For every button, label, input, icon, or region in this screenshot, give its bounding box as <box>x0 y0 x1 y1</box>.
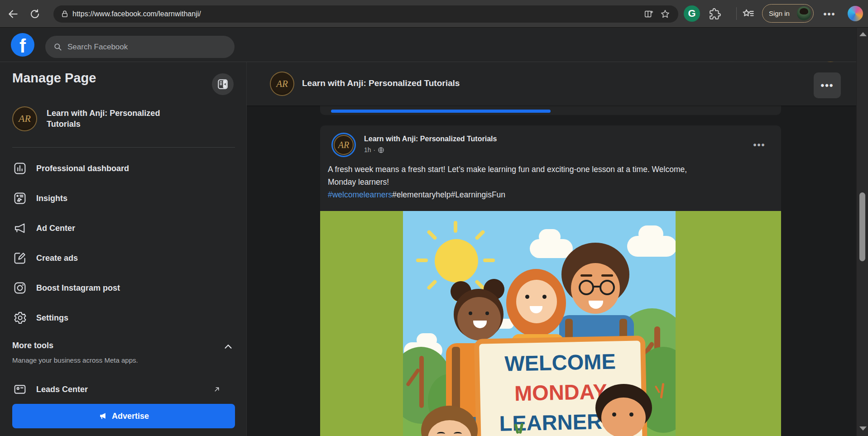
advertise-button[interactable]: Advertise <box>12 404 235 428</box>
search-bar[interactable] <box>45 36 235 58</box>
sidebar-item-create-ads[interactable]: Create ads <box>6 244 233 273</box>
page-header-more-button[interactable]: ••• <box>814 72 841 98</box>
sidebar-item-boost-instagram-post[interactable]: Boost Instagram post <box>6 273 233 302</box>
sun-illustration <box>435 239 478 283</box>
manage-page-sidebar: Manage Page AR Learn with Anji: Personal… <box>0 62 247 436</box>
megaphone-icon <box>13 221 27 235</box>
instagram-icon <box>13 281 27 295</box>
sidebar-item-label: Settings <box>36 313 68 323</box>
post-time[interactable]: 1h <box>364 146 371 153</box>
toolbar-divider <box>736 7 737 20</box>
sidebar-item-professional-dashboard[interactable]: Professional dashboard <box>6 154 233 183</box>
post-body: A fresh week means a fresh start! Let’s … <box>328 163 774 201</box>
scrollbar-up-arrow[interactable] <box>859 32 867 36</box>
copilot-icon[interactable] <box>848 6 863 21</box>
lock-icon[interactable] <box>61 10 69 18</box>
external-link-arrow-icon <box>213 385 221 393</box>
extensions-puzzle-icon[interactable] <box>707 6 723 22</box>
more-tools-subtitle: Manage your business across Meta apps. <box>12 356 235 364</box>
post-text-line1: A fresh week means a fresh start! Let’s … <box>328 163 774 176</box>
scrollbar-thumb[interactable] <box>859 192 865 261</box>
upload-progress-bar <box>331 110 551 113</box>
main-content: AR Learn with Anji: Personalized Tutoria… <box>247 62 856 436</box>
page-avatar[interactable]: AR <box>270 72 294 96</box>
sidebar-item-label: Ad Center <box>36 224 75 233</box>
sidebar-current-page[interactable]: AR Learn with Anji: Personalized Tutoria… <box>6 101 233 136</box>
sidebar-item-label: Boost Instagram post <box>36 283 120 293</box>
page-scrollbar[interactable] <box>856 28 868 436</box>
sidebar-divider <box>12 147 235 148</box>
browser-toolbar: https://www.facebook.com/learnwithanji/ … <box>0 0 868 28</box>
chevron-up-icon[interactable] <box>223 342 233 352</box>
sidebar-item-label: Create ads <box>36 254 78 263</box>
facebook-navbar: f AR <box>0 28 868 62</box>
reload-icon[interactable] <box>26 5 43 23</box>
create-ads-pencil-icon <box>13 251 27 265</box>
hashtags-plain: #elementaryhelp#LearningisFun <box>392 190 505 199</box>
meta-dot: · <box>374 146 376 153</box>
post-author-avatar[interactable]: AR <box>331 133 356 157</box>
sidebar-item-label: Professional dashboard <box>36 164 129 173</box>
sidebar-title: Manage Page <box>12 71 96 86</box>
megaphone-icon <box>98 412 107 421</box>
page-header: AR Learn with Anji: Personalized Tutoria… <box>247 62 856 105</box>
post-author-name[interactable]: Learn with Anji: Personalized Tutorials <box>364 135 497 143</box>
post-meta: 1h · <box>364 146 384 153</box>
browser-profile-avatar <box>797 6 811 20</box>
sidebar-item-leads-center[interactable]: Leads Center <box>6 378 233 401</box>
post-more-button[interactable]: ••• <box>750 138 768 152</box>
url-text[interactable]: https://www.facebook.com/learnwithanji/ <box>72 10 201 18</box>
page-header-title: Learn with Anji: Personalized Tutorials <box>302 78 460 88</box>
address-bar[interactable]: https://www.facebook.com/learnwithanji/ <box>53 5 678 23</box>
sign-in-button[interactable]: Sign in <box>762 4 814 23</box>
more-tools-section[interactable]: More tools Manage your business across M… <box>12 341 235 364</box>
advertise-label: Advertise <box>112 412 149 421</box>
sidebar-item-settings[interactable]: Settings <box>6 303 233 332</box>
browser-menu-ellipsis-icon[interactable]: ••• <box>820 5 839 23</box>
post-text-line2: Monday learners! <box>328 176 774 188</box>
sign-line-1: WELCOME <box>504 347 616 378</box>
sign-in-label: Sign in <box>769 10 790 17</box>
sidebar-item-insights[interactable]: Insights <box>6 184 233 213</box>
search-input[interactable] <box>67 42 211 52</box>
illustration-panel: WELCOME MONDAY LEARNERS! <box>403 211 676 436</box>
facebook-logo[interactable]: f <box>11 33 34 57</box>
sidebar-item-label: Leads Center <box>36 385 88 394</box>
grammarly-icon[interactable]: G <box>684 5 700 22</box>
post-card: AR Learn with Anji: Personalized Tutoria… <box>320 125 781 436</box>
sidebar-item-ad-center[interactable]: Ad Center <box>6 214 233 243</box>
page-name: Learn with Anji: Personalized Tutorials <box>47 108 182 129</box>
upload-progress-card <box>320 105 781 115</box>
page-avatar: AR <box>12 106 37 131</box>
favorite-star-icon[interactable] <box>660 9 670 19</box>
hashtag-link[interactable]: #welcomelearners <box>328 190 392 199</box>
sign-line-2: MONDAY <box>514 378 607 407</box>
scrollbar-down-arrow[interactable] <box>859 426 867 431</box>
collapse-sidebar-button[interactable] <box>212 73 234 95</box>
favorites-bar-icon[interactable] <box>740 6 756 22</box>
post-image[interactable]: WELCOME MONDAY LEARNERS! <box>320 211 781 436</box>
insights-icon <box>13 191 27 206</box>
gear-icon <box>13 311 27 325</box>
split-screen-icon[interactable] <box>644 9 654 19</box>
avatar-monogram: AR <box>334 135 354 155</box>
back-icon[interactable] <box>5 5 22 23</box>
globe-public-icon <box>378 147 384 153</box>
sidebar-item-label: Insights <box>36 194 67 203</box>
dashboard-chart-icon <box>13 161 27 176</box>
browser-window: https://www.facebook.com/learnwithanji/ … <box>0 0 868 436</box>
leads-contact-card-icon <box>13 382 27 397</box>
more-tools-title: More tools <box>12 341 235 350</box>
tree-trunk <box>419 356 424 408</box>
search-icon <box>53 43 62 51</box>
